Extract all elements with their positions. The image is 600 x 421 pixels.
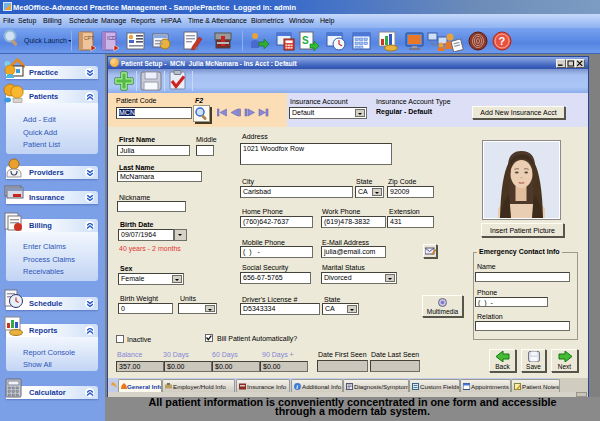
svg-text:CPT: CPT [84,35,94,41]
svg-text:ICD: ICD [107,35,116,41]
svg-text:?: ? [499,35,506,47]
svg-text:S: S [302,35,309,46]
